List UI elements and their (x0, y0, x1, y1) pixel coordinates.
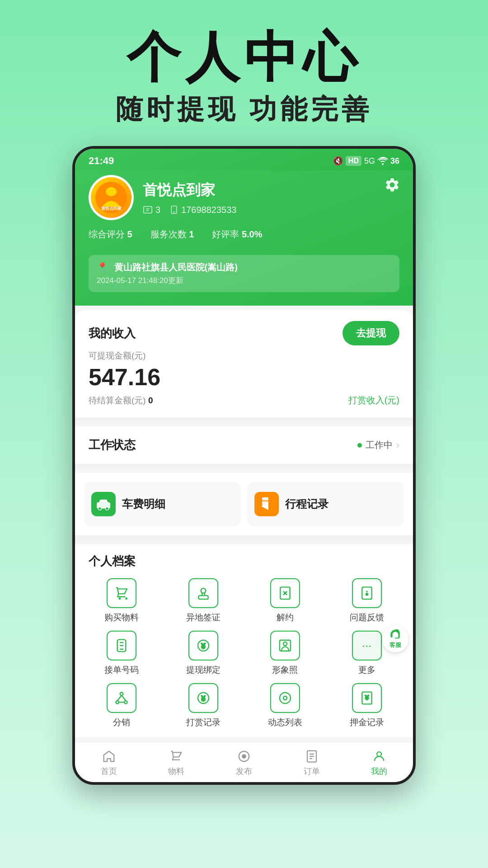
profile-meta: 3 17698823533 (143, 205, 236, 215)
stat-service: 服务次数 1 (150, 228, 194, 241)
nav-mine[interactable]: 我的 (345, 742, 413, 782)
svg-text:¥: ¥ (201, 642, 205, 650)
nav-orders-label: 订单 (304, 766, 320, 777)
personal-archive-grid: 购买物料 异地签证 解约 问题反馈 接单号码 (75, 574, 413, 737)
more-icon: ··· (352, 631, 382, 660)
income-available-label: 可提现金额(元) (89, 350, 399, 362)
svg-point-40 (280, 693, 291, 703)
nav-publish[interactable]: 发布 (210, 742, 278, 782)
svg-text:¥: ¥ (201, 695, 205, 703)
nav-home[interactable]: 首页 (75, 742, 143, 782)
work-status-card: 工作状态 工作中 › (75, 426, 413, 464)
grid-item-dynamic-list[interactable]: 动态列表 (248, 683, 322, 728)
grid-item-remote-sign[interactable]: 异地签证 (166, 578, 240, 623)
svg-text:首悦点到家: 首悦点到家 (101, 206, 122, 211)
nav-mine-label: 我的 (371, 766, 387, 777)
grid-item-feedback[interactable]: 问题反馈 (329, 578, 404, 623)
grid-item-profile-photo[interactable]: 形象照 (248, 631, 322, 676)
quick-actions: 车费明细 行程记录 (75, 473, 413, 535)
grid-item-tip-records[interactable]: ¥ 打赏记录 (166, 683, 240, 728)
buy-materials-label: 购买物料 (104, 612, 139, 623)
dynamic-list-label: 动态列表 (268, 717, 302, 728)
signal-5g: 5G (364, 156, 375, 166)
customer-service-float[interactable]: 客服 (382, 626, 408, 652)
grid-item-deposit-record[interactable]: ¥ 押金记录 (329, 683, 404, 728)
grid-item-buy-materials[interactable]: 购买物料 (84, 578, 159, 623)
stat-rating: 综合评分 5 (89, 228, 132, 241)
svg-point-15 (126, 598, 127, 599)
svg-line-36 (122, 695, 126, 701)
personal-archive-title: 个人档案 (75, 544, 413, 574)
work-status-row[interactable]: 工作状态 工作中 › (89, 437, 399, 453)
remote-sign-icon (188, 578, 218, 608)
location-box: 📍 黄山路社旗县人民医院(嵩山路) 2024-05-17 21:48:20更新 (89, 255, 399, 292)
divider-3 (75, 535, 413, 540)
svg-point-50 (377, 752, 381, 756)
distribution-label: 分销 (113, 717, 130, 728)
divider-2 (75, 464, 413, 468)
more-label: 更多 (358, 664, 375, 676)
grid-item-more[interactable]: ··· 更多 客服 (329, 631, 404, 676)
trip-record-icon (254, 492, 279, 516)
deposit-record-icon: ¥ (352, 683, 382, 713)
settings-icon[interactable] (382, 175, 402, 195)
status-dot (357, 443, 362, 448)
profile-photo-label: 形象照 (272, 664, 298, 676)
svg-text:¥: ¥ (365, 694, 369, 701)
profile-phone: 17698823533 (169, 205, 236, 215)
status-icons: 🔇 HD 5G 36 (333, 156, 399, 166)
income-amount: 547.16 (89, 363, 399, 391)
feedback-label: 问题反馈 (350, 612, 384, 623)
buy-materials-icon (107, 578, 136, 608)
svg-point-34 (124, 701, 127, 704)
nav-materials[interactable]: 物料 (143, 742, 211, 782)
tip-income-link[interactable]: 打赏收入(元) (348, 394, 399, 406)
svg-point-45 (242, 755, 246, 758)
svg-point-31 (283, 642, 287, 646)
car-fee-icon (91, 492, 116, 516)
cancel-contract-icon (270, 578, 300, 608)
trip-record-label: 行程记录 (285, 497, 328, 511)
remote-sign-label: 异地签证 (186, 612, 221, 623)
work-status-text: 工作中 (366, 439, 393, 451)
profile-section: 首悦点到家 首悦点到家 3 17698823533 (75, 170, 413, 306)
location-time: 2024-05-17 21:48:20更新 (97, 275, 391, 286)
nav-publish-label: 发布 (236, 766, 252, 777)
phone-frame: 21:49 🔇 HD 5G 36 (72, 146, 416, 785)
income-pending: 待结算金额(元) 0 打赏收入(元) (89, 394, 399, 406)
cancel-contract-label: 解约 (277, 612, 294, 623)
dynamic-list-icon (270, 683, 300, 713)
pending-label: 待结算金额(元) 0 (89, 395, 153, 406)
bind-withdraw-label: 提现绑定 (186, 664, 221, 676)
income-header: 我的收入 去提现 (89, 321, 399, 345)
profile-info: 首悦点到家 首悦点到家 3 17698823533 (89, 175, 399, 220)
svg-point-22 (366, 594, 368, 595)
grid-item-distribution[interactable]: 分销 (84, 683, 159, 728)
grid-item-order-number[interactable]: 接单号码 (84, 631, 159, 676)
nav-materials-label: 物料 (168, 766, 184, 777)
deposit-record-label: 押金记录 (350, 717, 384, 728)
nav-orders[interactable]: 订单 (278, 742, 346, 782)
wifi-icon (378, 157, 388, 165)
nav-home-label: 首页 (101, 766, 117, 777)
profile-name: 首悦点到家 (143, 180, 236, 200)
svg-rect-17 (198, 595, 208, 599)
car-fee-label: 车费明细 (122, 497, 165, 511)
income-card: 我的收入 去提现 可提现金额(元) 547.16 待结算金额(元) 0 打赏收入… (75, 310, 413, 417)
bottom-nav: 首页 物料 发布 订单 我的 (75, 742, 413, 782)
svg-point-16 (201, 588, 206, 593)
status-bar: 21:49 🔇 HD 5G 36 (75, 149, 413, 170)
avatar: 首悦点到家 (89, 175, 134, 220)
svg-point-1 (106, 187, 117, 196)
grid-item-cancel-contract[interactable]: 解约 (248, 578, 322, 623)
page-header: 个人中心 随时提现 功能完善 (116, 0, 373, 146)
svg-point-41 (283, 696, 287, 700)
work-status-label: 工作状态 (89, 437, 136, 453)
quick-item-trip-record[interactable]: 行程记录 (247, 482, 404, 526)
quick-item-car-fee[interactable]: 车费明细 (84, 482, 241, 526)
order-number-icon (107, 631, 136, 660)
order-number-label: 接单号码 (104, 664, 139, 676)
grid-item-bind-withdraw[interactable]: ¥ 提现绑定 (166, 631, 240, 676)
stat-good-rate: 好评率 5.0% (212, 228, 262, 241)
withdraw-button[interactable]: 去提现 (343, 321, 399, 345)
